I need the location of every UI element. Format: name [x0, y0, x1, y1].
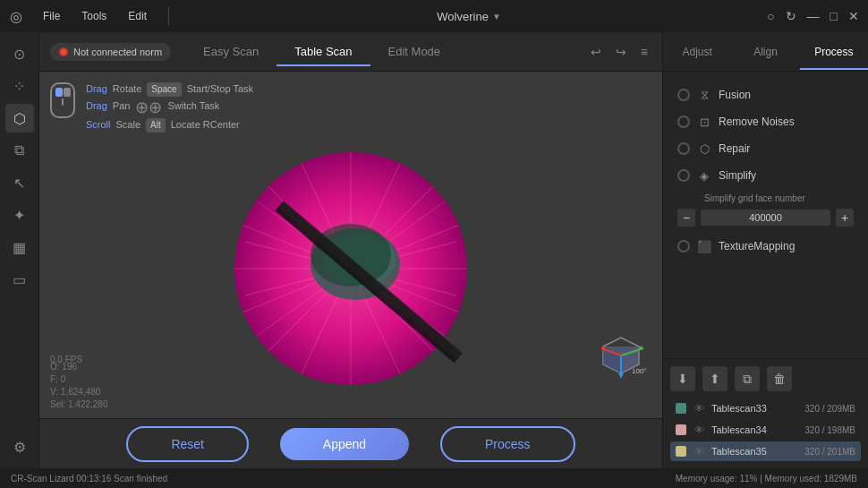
- bottom-buttons: Reset Append Process: [39, 418, 662, 468]
- help-scroll-label: Scroll: [86, 118, 111, 133]
- connection-status: Not connected norm: [50, 43, 171, 61]
- remove-noises-toggle[interactable]: [677, 116, 690, 128]
- menu-button[interactable]: ≡: [637, 41, 651, 63]
- delete-btn[interactable]: 🗑: [767, 366, 792, 391]
- coord-f: F: 0: [50, 373, 108, 386]
- texture-toggle[interactable]: [677, 240, 690, 253]
- scan-info-0: 320 / 209MB: [804, 404, 855, 414]
- scan-vis-2[interactable]: 👁: [692, 446, 706, 457]
- process-fusion[interactable]: ⧖ Fusion: [670, 82, 861, 107]
- nav-cube[interactable]: 100°: [594, 329, 648, 382]
- main-layout: ⊙ ⁘ ⬡ ⧉ ↖ ✦ ▦ ▭ ⚙ Not connected norm Eas…: [0, 32, 868, 468]
- panel-actions: ⬇ ⬆ ⧉ 🗑: [670, 366, 861, 391]
- sidebar-3d-view[interactable]: ⬡: [5, 104, 34, 133]
- repair-icon: ⬡: [697, 141, 711, 156]
- sidebar-layers[interactable]: ⧉: [5, 136, 34, 165]
- repair-toggle[interactable]: [677, 142, 690, 155]
- coords-display: O: 196 F: 0 V: 1,624,480 Sel: 1,422,280: [50, 361, 108, 411]
- scan-color-1: [676, 424, 686, 435]
- win-close[interactable]: ✕: [847, 7, 861, 25]
- export-btn[interactable]: ⬆: [702, 366, 728, 391]
- fusion-toggle[interactable]: [677, 89, 690, 101]
- scan-name-0: Tablescan33: [711, 403, 799, 414]
- sidebar-cursor[interactable]: ↖: [5, 168, 34, 197]
- win-maximize[interactable]: □: [829, 7, 839, 25]
- sidebar-box[interactable]: ▭: [5, 265, 34, 294]
- menu-file[interactable]: File: [39, 8, 64, 24]
- process-repair[interactable]: ⬡ Repair: [670, 136, 861, 161]
- app-title-chevron[interactable]: ▼: [492, 12, 501, 21]
- texture-label: TextureMapping: [719, 240, 854, 253]
- scan-item-2[interactable]: 👁 Tablescan35 320 / 201MB: [670, 441, 861, 461]
- simplify-decrease[interactable]: −: [677, 209, 695, 227]
- svg-marker-28: [618, 373, 624, 378]
- process-texture-mapping[interactable]: ⬛ TextureMapping: [670, 234, 861, 259]
- scan-name-2: Tablescan35: [711, 446, 799, 457]
- simplify-increase[interactable]: +: [836, 209, 854, 227]
- connection-label: Not connected norm: [73, 47, 162, 57]
- scan-item-1[interactable]: 👁 Tablescan34 320 / 198MB: [670, 420, 861, 440]
- status-right: Memory usage: 11% | Memory used: 1829MB: [676, 474, 857, 484]
- app-logo: ◎: [7, 7, 25, 25]
- help-space-key: Space: [147, 82, 181, 97]
- titlebar: ◎ File Tools Edit Wolverine ▼ ○ ↻ — □ ✕: [0, 0, 868, 32]
- process-simplify[interactable]: ◈ Simplify: [670, 163, 861, 188]
- menu-tools[interactable]: Tools: [78, 8, 110, 24]
- mouse-right-btn: [64, 88, 71, 97]
- simplify-icon: ◈: [697, 168, 711, 183]
- help-rotate-label: Rotate: [113, 82, 141, 97]
- append-button[interactable]: Append: [280, 428, 409, 460]
- right-tab-adjust[interactable]: Adjust: [663, 35, 731, 69]
- titlebar-separator: [168, 7, 169, 25]
- import-btn[interactable]: ⬇: [670, 366, 695, 391]
- svg-text:100°: 100°: [632, 367, 647, 375]
- simplify-toggle[interactable]: [677, 169, 690, 182]
- tab-easy-scan[interactable]: Easy Scan: [185, 38, 277, 65]
- texture-icon: ⬛: [697, 239, 711, 253]
- tab-table-scan[interactable]: Table Scan: [277, 38, 370, 65]
- right-panel-tabs: Adjust Align Process: [663, 32, 868, 72]
- right-panel-bottom: ⬇ ⬆ ⧉ 🗑 👁 Tablescan33 320 / 209MB 👁 Tabl…: [663, 358, 868, 468]
- help-scale-label: Scale: [116, 118, 141, 133]
- sidebar-settings[interactable]: ⚙: [5, 432, 34, 461]
- simplify-value-input[interactable]: [701, 210, 830, 226]
- left-sidebar: ⊙ ⁘ ⬡ ⧉ ↖ ✦ ▦ ▭ ⚙: [0, 32, 39, 468]
- scan-vis-1[interactable]: 👁: [692, 424, 706, 435]
- scan-info-1: 320 / 198MB: [804, 425, 855, 435]
- coord-v: V: 1,624,480: [50, 386, 108, 398]
- process-button[interactable]: Process: [440, 426, 575, 462]
- mouse-scroll: [62, 98, 64, 106]
- pan-icons: ⊕⊕: [135, 99, 162, 116]
- sidebar-home[interactable]: ⊙: [5, 39, 34, 68]
- reset-button[interactable]: Reset: [126, 426, 249, 462]
- copy-btn[interactable]: ⧉: [735, 366, 760, 391]
- menu-edit[interactable]: Edit: [124, 8, 150, 24]
- win-minimize[interactable]: —: [805, 7, 821, 25]
- scan-list: 👁 Tablescan33 320 / 209MB 👁 Tablescan34 …: [670, 398, 861, 461]
- scan-color-2: [676, 446, 686, 457]
- tabs-actions: ↩ ↪ ≡: [587, 41, 651, 63]
- right-tab-align[interactable]: Align: [731, 35, 799, 69]
- mouse-left-btn: [55, 88, 63, 97]
- sidebar-brush[interactable]: ✦: [5, 201, 34, 229]
- right-tab-process[interactable]: Process: [800, 35, 868, 69]
- statusbar: CR-Scan Lizard 00:13:16 Scan finished Me…: [0, 468, 868, 488]
- help-row-drag-pan: Drag Pan ⊕⊕ Switch Task: [86, 99, 253, 116]
- help-pan-action-label: Pan: [113, 99, 131, 116]
- help-space-action: Start/Stop Task: [187, 82, 253, 97]
- scan-item-0[interactable]: 👁 Tablescan33 320 / 209MB: [670, 398, 861, 418]
- 3d-viewport[interactable]: Drag Rotate Space Start/Stop Task Drag P…: [39, 72, 662, 418]
- window-controls: ○ ↻ — □ ✕: [765, 7, 861, 25]
- scan-vis-0[interactable]: 👁: [692, 403, 706, 414]
- scan-name-1: Tablescan34: [711, 424, 799, 435]
- mouse-buttons: [55, 88, 71, 97]
- scan-info-2: 320 / 201MB: [804, 447, 855, 457]
- win-circle[interactable]: ○: [765, 7, 776, 25]
- undo-button[interactable]: ↩: [587, 41, 605, 63]
- sidebar-scatter[interactable]: ⁘: [5, 72, 34, 100]
- process-remove-noises[interactable]: ⊡ Remove Noises: [670, 109, 861, 134]
- tab-edit-mode[interactable]: Edit Mode: [370, 38, 459, 65]
- redo-button[interactable]: ↪: [612, 41, 630, 63]
- sidebar-grid[interactable]: ▦: [5, 233, 34, 261]
- win-refresh[interactable]: ↻: [784, 7, 798, 25]
